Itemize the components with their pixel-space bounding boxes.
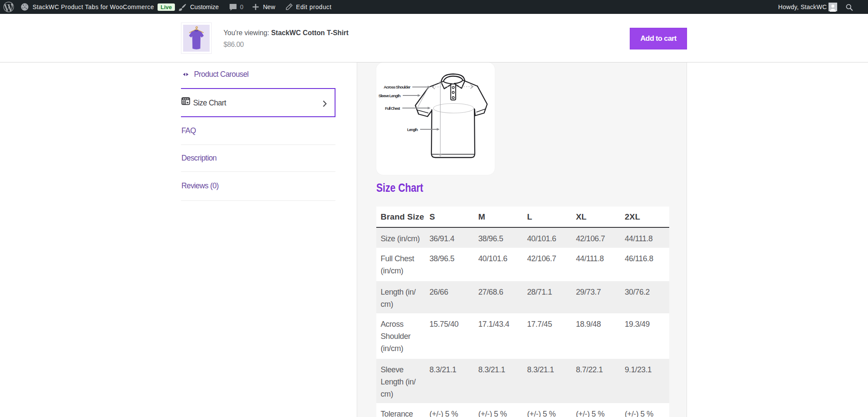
svg-text:Sleeve Length: Sleeve Length <box>378 93 401 98</box>
svg-text:Across Shoulder: Across Shoulder <box>384 85 411 89</box>
svg-text:Length: Length <box>407 127 418 132</box>
svg-text:Full Chest: Full Chest <box>385 106 401 111</box>
